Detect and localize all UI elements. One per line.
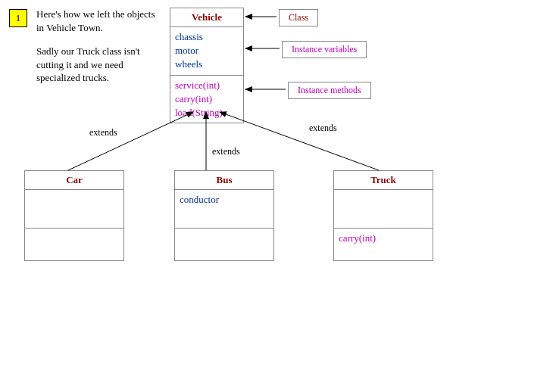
- bus-attr-conductor: conductor: [180, 193, 269, 207]
- edge-label-extends-car: extends: [89, 127, 117, 138]
- vehicle-op-load: load(String): [175, 106, 239, 120]
- uml-attrs-vehicle: chassis motor wheels: [170, 27, 243, 76]
- uml-class-vehicle: Vehicle chassis motor wheels service(int…: [170, 8, 244, 123]
- uml-title-truck: Truck: [334, 171, 433, 190]
- label-instance-variables: Instance variables: [282, 41, 367, 58]
- label-instance-methods: Instance methods: [288, 82, 371, 99]
- intro-text: Here's how we left the objects in Vehicl…: [36, 8, 158, 95]
- vehicle-attr-chassis: chassis: [175, 30, 239, 44]
- uml-ops-vehicle: service(int) carry(int) load(String): [170, 76, 243, 123]
- uml-title-bus: Bus: [175, 171, 273, 190]
- uml-attrs-bus: conductor: [175, 190, 273, 229]
- vehicle-attr-wheels: wheels: [175, 58, 239, 71]
- intro-paragraph-2: Sadly our Truck class isn't cutting it a…: [36, 45, 158, 85]
- uml-class-car: Car: [24, 170, 124, 261]
- edge-label-extends-truck: extends: [309, 123, 337, 134]
- uml-class-truck: Truck carry(int): [333, 170, 433, 261]
- edge-label-extends-bus: extends: [212, 146, 240, 157]
- vehicle-attr-motor: motor: [175, 44, 239, 58]
- uml-class-bus: Bus conductor: [174, 170, 274, 261]
- step-number: 1: [16, 12, 21, 24]
- intro-paragraph-1: Here's how we left the objects in Vehicl…: [36, 8, 158, 34]
- label-class: Class: [279, 9, 318, 26]
- uml-attrs-truck: [334, 190, 433, 229]
- uml-title-vehicle: Vehicle: [170, 8, 243, 27]
- vehicle-op-service: service(int): [175, 79, 239, 92]
- uml-ops-truck: carry(int): [334, 229, 433, 260]
- vehicle-op-carry: carry(int): [175, 92, 239, 106]
- uml-attrs-car: [25, 190, 123, 229]
- step-number-box: 1: [9, 9, 27, 27]
- uml-ops-bus: [175, 229, 273, 260]
- uml-ops-car: [25, 229, 123, 260]
- uml-title-car: Car: [25, 171, 123, 190]
- truck-op-carry: carry(int): [339, 232, 428, 245]
